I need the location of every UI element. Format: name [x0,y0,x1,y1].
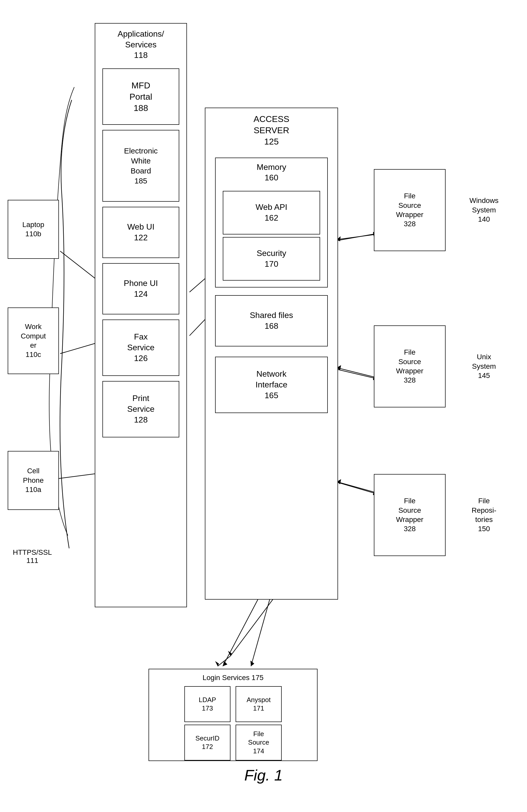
mfd-portal-box: MFD Portal 188 [102,69,179,125]
file-repositories-label: File Reposi- tories 150 [451,482,517,548]
access-server-box: ACCESS SERVER 125 Memory 160 Web API 162… [205,107,338,599]
securid-box: SecurID 172 [184,725,230,760]
apps-services-line3: 118 [118,50,164,61]
security-line2: 170 [265,259,278,270]
svg-marker-14 [228,651,232,656]
network-interface-line1: Network [256,369,286,379]
web-api-box: Web API 162 [223,191,320,234]
https-ssl-label: HTTPS/SSL 111 [13,548,52,565]
svg-marker-31 [251,661,254,666]
applications-services-box: Applications/ Services 118 MFD Portal 18… [95,23,187,607]
figure-caption: Fig. 1 [0,766,527,784]
ldap-box: LDAP 173 [184,686,230,722]
web-api-line2: 162 [265,213,278,223]
svg-marker-16 [215,661,219,666]
phone-ui-box: Phone UI 124 [102,263,179,315]
svg-line-12 [335,482,379,494]
work-computer-box: Work Comput er 110c [8,307,59,374]
mfd-line2: Portal [130,91,152,102]
windows-system-label: Windows System 140 [451,179,517,241]
print-line3: 128 [134,415,148,425]
memory-label-line1: Memory [220,162,323,173]
mfd-line1: MFD [131,80,150,91]
cell-phone-id: 110a [25,485,41,494]
network-interface-line2: Interface [256,379,288,390]
apps-services-line2: Services [118,40,164,50]
security-line1: Security [257,248,286,259]
web-ui-box: Web UI 122 [102,207,179,258]
ewb-line3: Board [131,166,151,176]
access-server-line3: 125 [254,136,289,147]
ewb-line1: Electronic [124,146,158,156]
web-ui-line2: 122 [134,232,148,243]
print-line2: Service [127,404,155,415]
file-source-wrapper-top-box: File Source Wrapper 328 [374,169,446,251]
laptop-box: Laptop 110b [8,200,59,259]
access-server-line1: ACCESS [254,113,289,125]
network-interface-box: Network Interface 165 [215,357,328,413]
login-services-outer-box: Login Services 175 LDAP 173 Anyspot 171 … [149,669,318,761]
web-ui-line1: Web UI [127,222,154,232]
web-api-line1: Web API [256,202,287,213]
ewb-line4: 185 [134,176,147,186]
print-line1: Print [132,393,149,404]
cell-phone-box: Cell Phone 110a [8,451,59,510]
svg-marker-29 [223,661,227,666]
access-server-line2: SERVER [254,125,289,136]
file-source-login-box: File Source 174 [236,725,282,760]
shared-files-line2: 168 [265,321,278,332]
diagram: Laptop 110b Work Comput er 110c Cell Pho… [0,10,527,792]
svg-line-11 [335,369,379,379]
memory-label-line2: 160 [220,172,323,183]
shared-files-line1: Shared files [250,310,293,321]
phone-ui-line1: Phone UI [124,278,158,289]
anyspot-box: Anyspot 171 [236,686,282,722]
login-services-title: Login Services 175 [202,673,264,682]
svg-line-15 [218,656,230,666]
work-computer-line1: Work [25,322,42,331]
file-source-wrapper-mid-box: File Source Wrapper 328 [374,325,446,407]
ewb-line2: White [131,156,151,166]
electronic-white-board-box: Electronic White Board 185 [102,130,179,202]
print-service-box: Print Service 128 [102,381,179,437]
apps-services-line1: Applications/ [118,29,164,40]
work-computer-line3: er [30,341,36,350]
svg-line-10 [335,233,379,241]
laptop-id: 110b [25,229,41,238]
fax-service-box: Fax Service 126 [102,320,179,376]
work-computer-id: 110c [26,350,41,359]
fax-line1: Fax [134,332,148,342]
security-box: Security 170 [223,237,320,280]
cell-phone-line1: Cell [27,466,40,476]
svg-line-30 [251,593,271,666]
fax-line2: Service [127,342,155,353]
shared-files-box: Shared files 168 [215,295,328,346]
laptop-label: Laptop [22,220,44,229]
svg-line-13 [230,594,276,656]
fax-line3: 126 [134,353,148,364]
cell-phone-line2: Phone [23,476,44,485]
phone-ui-line2: 124 [134,289,148,300]
unix-system-label: Unix System 145 [451,336,517,397]
network-interface-line3: 165 [265,390,278,401]
mfd-line3: 188 [134,102,148,114]
svg-line-28 [223,593,261,666]
work-computer-line2: Comput [21,332,46,341]
file-source-wrapper-bot-box: File Source Wrapper 328 [374,474,446,556]
